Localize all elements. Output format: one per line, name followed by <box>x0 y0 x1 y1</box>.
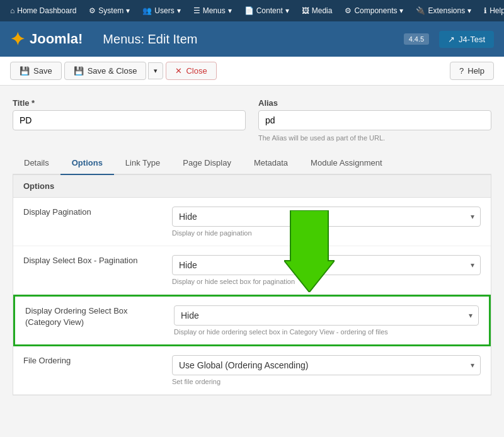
save-label: Save <box>33 66 52 76</box>
joomla-logo: ✦ Joomla! <box>10 29 83 50</box>
nav-components-label: Components <box>354 6 397 15</box>
tab-module-assignment[interactable]: Module Assignment <box>299 152 393 175</box>
save-dropdown-button[interactable]: ▾ <box>148 62 163 79</box>
save-close-label: Save & Close <box>88 66 137 76</box>
select-wrapper-file-ordering: Use Global (Ordering Ascending) Ordering… <box>172 355 481 375</box>
save-button[interactable]: 💾 Save <box>10 62 62 80</box>
media-icon: 🖼 <box>302 6 309 15</box>
question-icon: ? <box>459 66 464 76</box>
chevron-down-icon: ▾ <box>399 6 403 15</box>
home-icon: ⌂ <box>10 6 14 15</box>
title-input[interactable] <box>13 110 246 130</box>
menus-icon: ☰ <box>193 6 200 15</box>
option-row-file-ordering: File Ordering Use Global (Ordering Ascen… <box>13 346 491 395</box>
option-label-col: Display Select Box - Pagination <box>23 255 162 266</box>
option-label-select-box-pagination: Display Select Box - Pagination <box>23 256 137 265</box>
components-icon: ⚙ <box>345 6 352 15</box>
chevron-down-icon: ▾ <box>126 6 130 15</box>
option-label-ordering-select-box: Display Ordering Select Box (Category Vi… <box>25 306 128 327</box>
close-label: Close <box>186 66 207 76</box>
nav-menus[interactable]: ☰ Menus ▾ <box>188 4 237 18</box>
select-wrapper-select-box-pagination: Hide Show Use Global ▾ <box>172 255 481 275</box>
title-group: Title * <box>13 98 246 142</box>
close-button[interactable]: ✕ Close <box>166 62 216 80</box>
env-button[interactable]: ↗ J4-Test <box>439 31 494 48</box>
title-label: Title * <box>13 98 246 108</box>
nav-extensions[interactable]: 🔌 Extensions ▾ <box>411 4 476 18</box>
external-link-icon: ↗ <box>448 35 455 44</box>
nav-media[interactable]: 🖼 Media <box>297 4 338 18</box>
alias-group: Alias The Alias will be used as part of … <box>258 98 491 142</box>
chevron-down-icon: ▾ <box>177 6 181 15</box>
help-icon: ℹ <box>484 6 487 15</box>
save-close-button[interactable]: 💾 Save & Close <box>64 62 147 80</box>
option-control-col: Use Global (Ordering Ascending) Ordering… <box>172 355 481 385</box>
option-label-file-ordering: File Ordering <box>23 356 71 365</box>
option-label-col: Display Pagination <box>23 207 162 218</box>
nav-help-label: Help <box>490 6 504 15</box>
tab-page-display[interactable]: Page Display <box>171 152 243 175</box>
tab-link-type[interactable]: Link Type <box>114 152 171 175</box>
page-header-title: Menus: Edit Item <box>103 32 393 47</box>
save-close-icon: 💾 <box>74 66 84 76</box>
joomla-star: ✦ <box>10 29 25 50</box>
nav-help[interactable]: ℹ Help ▾ <box>479 4 504 18</box>
select-file-ordering[interactable]: Use Global (Ordering Ascending) Ordering… <box>172 355 481 375</box>
options-panel: Options Display Pagination Hide Show Use… <box>13 175 491 395</box>
system-icon: ⚙ <box>89 6 96 15</box>
nav-content[interactable]: 📄 Content ▾ <box>239 4 294 18</box>
save-icon: 💾 <box>20 66 30 76</box>
content-icon: 📄 <box>244 6 254 15</box>
tab-options[interactable]: Options <box>60 152 114 175</box>
chevron-down-icon: ▾ <box>467 6 471 15</box>
select-wrapper-ordering: Hide Show Use Global ▾ <box>174 305 479 326</box>
extensions-icon: 🔌 <box>416 6 425 15</box>
alias-label: Alias <box>258 98 491 108</box>
close-icon: ✕ <box>175 66 182 76</box>
option-control-col: Hide Show Use Global ▾ Display or hide s… <box>172 255 481 285</box>
option-control-col: Hide Show Use Global ▾ Display or hide o… <box>174 305 479 336</box>
tab-details[interactable]: Details <box>13 152 60 175</box>
option-row-ordering-select-box: Display Ordering Select Box (Category Vi… <box>13 295 491 346</box>
nav-media-label: Media <box>312 6 333 15</box>
nav-users[interactable]: 👥 Users ▾ <box>137 4 185 18</box>
alias-hint: The Alias will be used as part of the UR… <box>258 134 491 142</box>
version-badge: 4.4.5 <box>404 33 429 45</box>
option-label-col: Display Ordering Select Box (Category Vi… <box>25 305 164 328</box>
option-hint-pagination: Display or hide pagination <box>172 229 481 237</box>
toolbar: 💾 Save 💾 Save & Close ▾ ✕ Close ? Help <box>0 57 504 86</box>
nav-users-label: Users <box>154 6 174 15</box>
main-content: Title * Alias The Alias will be used as … <box>0 86 504 408</box>
joomla-logo-text: Joomla! <box>30 31 83 47</box>
select-display-pagination[interactable]: Hide Show Use Global <box>172 207 481 227</box>
help-button[interactable]: ? Help <box>450 62 494 80</box>
option-hint-file-ordering: Set file ordering <box>172 378 481 385</box>
option-row-select-box-pagination: Display Select Box - Pagination Hide Sho… <box>13 246 491 295</box>
tab-bar: Details Options Link Type Page Display M… <box>13 152 491 175</box>
nav-system-label: System <box>98 6 123 15</box>
option-label-display-pagination: Display Pagination <box>23 207 91 217</box>
option-control-col: Hide Show Use Global ▾ Display or hide p… <box>172 207 481 237</box>
nav-menus-label: Menus <box>203 6 226 15</box>
nav-system[interactable]: ⚙ System ▾ <box>84 4 135 18</box>
nav-extensions-label: Extensions <box>428 6 465 15</box>
nav-content-label: Content <box>256 6 283 15</box>
tab-metadata[interactable]: Metadata <box>243 152 299 175</box>
options-content: Display Pagination Hide Show Use Global … <box>13 198 491 395</box>
option-hint-ordering: Display or hide ordering select box in C… <box>174 328 479 336</box>
select-select-box-pagination[interactable]: Hide Show Use Global <box>172 255 481 275</box>
alias-input[interactable] <box>258 110 491 130</box>
select-ordering-select-box[interactable]: Hide Show Use Global <box>174 305 479 326</box>
form-title-row: Title * Alias The Alias will be used as … <box>13 98 491 142</box>
users-icon: 👥 <box>142 6 152 15</box>
nav-components[interactable]: ⚙ Components ▾ <box>340 4 408 18</box>
nav-home[interactable]: ⌂ Home Dashboard <box>5 4 81 18</box>
select-wrapper-pagination: Hide Show Use Global ▾ <box>172 207 481 227</box>
option-hint-select-box-pagination: Display or hide select box for paginatio… <box>172 278 481 285</box>
help-label: Help <box>467 66 484 76</box>
top-navbar: ⌂ Home Dashboard ⚙ System ▾ 👥 Users ▾ ☰ … <box>0 0 504 21</box>
page-header: ✦ Joomla! Menus: Edit Item 4.4.5 ↗ J4-Te… <box>0 21 504 57</box>
option-label-col: File Ordering <box>23 355 162 366</box>
options-panel-header: Options <box>13 175 491 198</box>
chevron-down-icon: ▾ <box>285 6 289 15</box>
